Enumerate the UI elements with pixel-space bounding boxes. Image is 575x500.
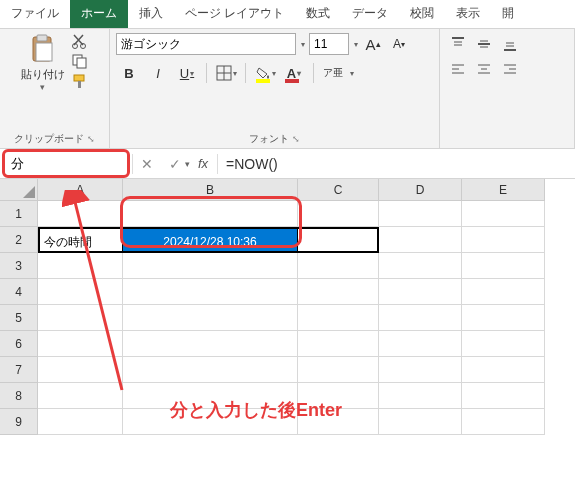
cell-a2[interactable]: 今の時間 xyxy=(38,227,123,253)
cell[interactable] xyxy=(298,253,379,279)
row-header[interactable]: 8 xyxy=(0,383,38,409)
italic-button[interactable]: I xyxy=(145,61,171,85)
cancel-formula-button[interactable]: ✕ xyxy=(133,150,161,178)
select-all-corner[interactable] xyxy=(0,179,38,201)
row-header[interactable]: 3 xyxy=(0,253,38,279)
cell[interactable] xyxy=(462,409,545,435)
bold-button[interactable]: B xyxy=(116,61,142,85)
row-header[interactable]: 2 xyxy=(0,227,38,253)
row-header[interactable]: 1 xyxy=(0,201,38,227)
cell[interactable] xyxy=(38,201,123,227)
cell[interactable] xyxy=(38,279,123,305)
copy-icon[interactable] xyxy=(71,53,89,69)
enter-formula-button[interactable]: ✓ xyxy=(161,150,189,178)
underline-button[interactable]: U▾ xyxy=(174,61,200,85)
cut-icon[interactable] xyxy=(71,33,89,49)
cell[interactable] xyxy=(298,279,379,305)
phonetic-button[interactable]: ア亜 xyxy=(320,61,346,85)
tab-open[interactable]: 開 xyxy=(491,0,525,28)
svg-rect-8 xyxy=(78,81,81,88)
chevron-down-icon[interactable]: ▾ xyxy=(354,40,358,49)
paste-button[interactable]: 貼り付け ▾ xyxy=(21,33,65,92)
tab-review[interactable]: 校閲 xyxy=(399,0,445,28)
tab-view[interactable]: 表示 xyxy=(445,0,491,28)
cell[interactable] xyxy=(462,357,545,383)
align-middle-button[interactable] xyxy=(472,33,496,55)
cell[interactable] xyxy=(298,357,379,383)
cell-b2-selected[interactable]: 2024/12/28 10:36 xyxy=(123,227,298,253)
cell[interactable] xyxy=(38,409,123,435)
cell[interactable] xyxy=(379,409,462,435)
cell[interactable] xyxy=(38,357,123,383)
row-header[interactable]: 5 xyxy=(0,305,38,331)
cell[interactable] xyxy=(379,201,462,227)
cell[interactable] xyxy=(462,279,545,305)
font-size-select[interactable] xyxy=(309,33,349,55)
cell[interactable] xyxy=(462,227,545,253)
cell[interactable] xyxy=(123,201,298,227)
column-header-b[interactable]: B xyxy=(123,179,298,201)
align-center-button[interactable] xyxy=(472,59,496,81)
font-group-label: フォント xyxy=(249,132,289,146)
cell[interactable] xyxy=(379,279,462,305)
row-header[interactable]: 6 xyxy=(0,331,38,357)
tab-page-layout[interactable]: ページ レイアウト xyxy=(174,0,295,28)
font-name-select[interactable] xyxy=(116,33,296,55)
dialog-launcher-icon[interactable]: ⤡ xyxy=(87,134,95,144)
cell[interactable] xyxy=(298,201,379,227)
cell[interactable] xyxy=(462,331,545,357)
cell[interactable] xyxy=(38,383,123,409)
cell[interactable] xyxy=(123,279,298,305)
tab-file[interactable]: ファイル xyxy=(0,0,70,28)
align-left-button[interactable] xyxy=(446,59,470,81)
align-top-button[interactable] xyxy=(446,33,470,55)
cell[interactable] xyxy=(123,305,298,331)
cell[interactable] xyxy=(379,357,462,383)
format-painter-icon[interactable] xyxy=(71,73,89,89)
chevron-down-icon[interactable]: ▾ xyxy=(301,40,305,49)
dialog-launcher-icon[interactable]: ⤡ xyxy=(292,134,300,144)
cell[interactable] xyxy=(298,305,379,331)
cell[interactable] xyxy=(462,201,545,227)
decrease-font-button[interactable]: A▾ xyxy=(388,33,410,55)
cell[interactable] xyxy=(298,331,379,357)
tab-formulas[interactable]: 数式 xyxy=(295,0,341,28)
cell[interactable] xyxy=(379,253,462,279)
cell[interactable] xyxy=(123,331,298,357)
cell[interactable] xyxy=(462,253,545,279)
cell[interactable] xyxy=(379,331,462,357)
group-clipboard: 貼り付け ▾ クリップボード ⤡ xyxy=(0,29,110,148)
fill-color-button[interactable]: ▾ xyxy=(252,61,278,85)
cell[interactable] xyxy=(38,305,123,331)
chevron-down-icon[interactable]: ▾ xyxy=(40,82,45,92)
cell[interactable] xyxy=(38,331,123,357)
cell[interactable] xyxy=(123,253,298,279)
cell[interactable] xyxy=(379,305,462,331)
increase-font-button[interactable]: A▴ xyxy=(362,33,384,55)
cell[interactable] xyxy=(462,305,545,331)
column-header-c[interactable]: C xyxy=(298,179,379,201)
cell[interactable] xyxy=(298,227,379,253)
worksheet-grid: A B C D E 1 2今の時間2024/12/28 10:36 3 4 5 … xyxy=(0,179,575,435)
row-header[interactable]: 7 xyxy=(0,357,38,383)
column-header-e[interactable]: E xyxy=(462,179,545,201)
column-header-a[interactable]: A xyxy=(38,179,123,201)
align-right-button[interactable] xyxy=(498,59,522,81)
align-bottom-button[interactable] xyxy=(498,33,522,55)
cell[interactable] xyxy=(379,383,462,409)
row-header[interactable]: 9 xyxy=(0,409,38,435)
tab-home[interactable]: ホーム xyxy=(70,0,128,28)
chevron-down-icon[interactable]: ▾ xyxy=(350,69,354,78)
row-header[interactable]: 4 xyxy=(0,279,38,305)
cell[interactable] xyxy=(123,357,298,383)
cell[interactable] xyxy=(38,253,123,279)
cell[interactable] xyxy=(462,383,545,409)
tab-insert[interactable]: 挿入 xyxy=(128,0,174,28)
font-color-button[interactable]: A▾ xyxy=(281,61,307,85)
formula-input[interactable]: =NOW() xyxy=(218,156,575,172)
tab-data[interactable]: データ xyxy=(341,0,399,28)
border-button[interactable]: ▾ xyxy=(213,61,239,85)
insert-function-button[interactable]: fx xyxy=(189,150,217,178)
cell[interactable] xyxy=(379,227,462,253)
column-header-d[interactable]: D xyxy=(379,179,462,201)
